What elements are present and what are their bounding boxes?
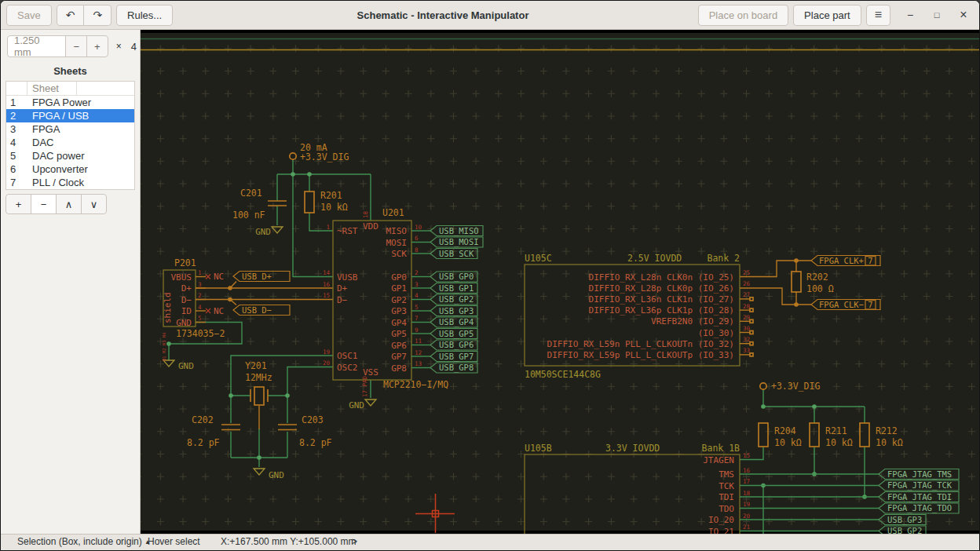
sheet-name: FPGA Power xyxy=(27,97,91,108)
pin-number: 3 xyxy=(415,281,419,288)
sheet-name: FPGA xyxy=(27,123,60,135)
pin-name: MOSI xyxy=(386,238,408,248)
pin-number: 4 xyxy=(415,292,419,299)
pin-name: VREFB2N0 (IO_29) xyxy=(651,316,734,327)
place-part-button[interactable]: Place part xyxy=(793,5,861,26)
pin-number: 8 xyxy=(415,246,419,254)
y201-ref[interactable]: Y201 xyxy=(245,360,267,371)
menu-icon[interactable]: ≡ xyxy=(866,5,890,26)
pin-name: TMS xyxy=(719,469,734,480)
power-net-label[interactable]: +3.3V_DIG xyxy=(300,151,349,162)
net-label-fpga_jtag_tdo[interactable]: FPGA_JTAG_TDO xyxy=(879,503,959,513)
redo-icon[interactable]: ↷ xyxy=(83,5,112,26)
move-sheet-down-button[interactable]: ∨ xyxy=(81,194,107,214)
u105c-ref[interactable]: U105C xyxy=(525,253,552,264)
c201-ref[interactable]: C201 xyxy=(240,188,262,199)
sheet-number: 3 xyxy=(6,123,27,135)
r202-value[interactable]: 100 Ω xyxy=(806,283,834,294)
net-label-text: USB_SCK xyxy=(439,249,474,259)
sheet-row-fpga[interactable]: 3 FPGA xyxy=(6,122,134,136)
sheet-row-fpga-power[interactable]: 1 FPGA Power xyxy=(6,96,134,109)
command-chevron[interactable]: > xyxy=(352,536,357,547)
power-right-net-label[interactable]: +3.3V_DIG xyxy=(771,381,820,392)
net-label-text: USB_GP5 xyxy=(439,329,474,339)
hover-select-label[interactable]: Hover select xyxy=(148,536,200,547)
net-label-text: USB_GP1 xyxy=(439,283,474,294)
gnd-label-c201[interactable]: GND xyxy=(255,227,271,237)
net-label-usb_miso[interactable]: USB_MISO xyxy=(430,226,483,236)
move-sheet-up-button[interactable]: ∧ xyxy=(56,194,82,214)
pin-number: 1 xyxy=(326,224,330,231)
net-label-text: FPGA_CLK+ xyxy=(819,256,864,266)
net-label-text: USB_GP2 xyxy=(439,294,474,305)
c201-value[interactable]: 100 nF xyxy=(232,210,265,221)
pin-name: GP4 xyxy=(391,318,407,328)
r211-value[interactable]: 10 kΩ xyxy=(825,437,853,448)
c203-value[interactable]: 8.2 pF xyxy=(299,437,332,448)
pin-number: 29 xyxy=(743,314,750,321)
sheet-column-header[interactable]: Sheet xyxy=(6,82,134,96)
sheet-row-pll-clock[interactable]: 7 PLL / Clock xyxy=(6,176,134,189)
grid-plus-button[interactable]: + xyxy=(86,35,108,57)
u105b-ref[interactable]: U105B xyxy=(525,443,552,454)
undo-icon[interactable]: ↶ xyxy=(57,5,85,26)
pin-number: 28 xyxy=(743,303,751,310)
net-label-fpga_jtag_tms[interactable]: FPGA_JTAG_TMS xyxy=(879,469,959,480)
gnd-label-y201[interactable]: GND xyxy=(269,470,284,480)
grid-multiplier-value[interactable]: 4 xyxy=(131,41,137,53)
grid-minus-button[interactable]: − xyxy=(65,35,87,57)
r212-value[interactable]: 10 kΩ xyxy=(876,437,903,448)
pin-name: OSC2 xyxy=(337,363,358,373)
pin-name: ~RST xyxy=(337,226,358,236)
place-on-board-button[interactable]: Place on board xyxy=(698,5,788,26)
c203-ref[interactable]: C203 xyxy=(302,414,324,425)
rules-button[interactable]: Rules... xyxy=(116,5,173,26)
y201-value[interactable]: 12MHz xyxy=(245,372,272,383)
minimize-icon[interactable]: − xyxy=(900,5,920,25)
pin-number: 12 xyxy=(415,349,422,356)
sheet-row-fpga-usb[interactable]: 2 FPGA / USB xyxy=(6,109,134,122)
save-button[interactable]: Save xyxy=(6,5,52,26)
net-label-text: USB_GP6 xyxy=(439,340,474,350)
sheet-number: 2 xyxy=(6,110,27,122)
pin-name: MISO xyxy=(386,226,408,236)
r201-ref[interactable]: R201 xyxy=(320,190,342,201)
pin-number: 20 xyxy=(743,513,751,520)
c202-value[interactable]: 8.2 pF xyxy=(187,437,220,448)
gnd-label-u201[interactable]: GND xyxy=(349,400,364,411)
remove-sheet-button[interactable]: − xyxy=(31,194,57,214)
p201-part: 1734035−2 xyxy=(176,328,225,339)
sheet-row-upconverter[interactable]: 6 Upconverter xyxy=(6,162,134,176)
c202-ref[interactable]: C202 xyxy=(192,414,214,425)
net-label-fpga_jtag_tck[interactable]: FPGA_JTAG_TCK xyxy=(879,480,959,491)
r212-ref[interactable]: R212 xyxy=(876,425,898,436)
net-label-fpga-clk-plus[interactable]: FPGA_CLK+ 7 xyxy=(811,256,880,266)
r204-ref[interactable]: R204 xyxy=(774,425,796,436)
net-label-text: FPGA_JTAG_TCK xyxy=(887,480,953,491)
schematic-canvas[interactable]: 20 mA +3.3V_DIG C201 100 nF GND R201 10 … xyxy=(141,30,979,534)
sheet-row-dac-power[interactable]: 5 DAC power xyxy=(6,149,134,162)
add-sheet-button[interactable]: + xyxy=(5,194,31,214)
sheet-name: Upconverter xyxy=(27,163,88,175)
r204-value[interactable]: 10 kΩ xyxy=(774,437,802,448)
r202-ref[interactable]: R202 xyxy=(806,272,828,283)
p201-ref[interactable]: P201 xyxy=(174,257,196,268)
gnd-label-p201[interactable]: GND xyxy=(178,361,194,371)
u201-ref[interactable]: U201 xyxy=(382,207,404,218)
net-label-fpga-clk-minus[interactable]: FPGA_CLK− 7 xyxy=(811,300,880,310)
pin-name: GP0 xyxy=(391,272,407,283)
selection-mode-button[interactable]: Selection (Box, include origin) ▲ xyxy=(17,536,151,547)
u201-vdd-pin-number: 18 xyxy=(362,210,369,218)
r201-value[interactable]: 10 kΩ xyxy=(320,202,348,213)
pin-name: GP8 xyxy=(391,363,407,374)
grid-spacing-input[interactable]: 1.250 mm xyxy=(7,35,66,57)
r211-ref[interactable]: R211 xyxy=(825,425,847,436)
net-label-fpga_jtag_tdi[interactable]: FPGA_JTAG_TDI xyxy=(879,492,959,502)
pin-number: 4 xyxy=(198,304,202,311)
sheet-row-dac[interactable]: 4 DAC xyxy=(6,136,134,149)
net-label-usb_mosi[interactable]: USB_MOSI xyxy=(430,237,483,247)
no-connect-label: NC xyxy=(214,306,224,316)
maximize-icon[interactable]: □ xyxy=(927,5,947,25)
close-icon[interactable]: × xyxy=(953,5,974,25)
pin-name: DIFFIO_RX_L36n CLK1n (IO_27) xyxy=(589,294,734,305)
